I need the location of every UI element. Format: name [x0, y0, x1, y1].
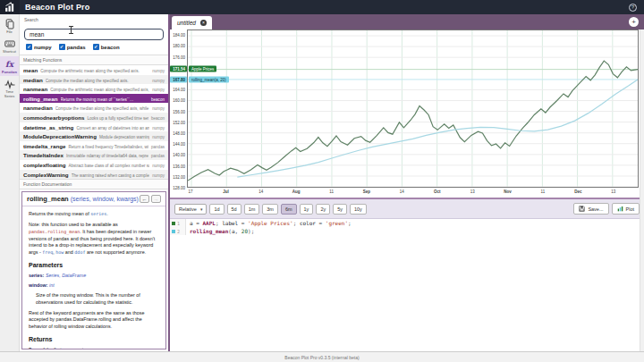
scrollbar[interactable] — [640, 29, 644, 351]
tab-label: untitled — [177, 20, 196, 26]
filter-beacon[interactable]: beacon — [93, 44, 120, 50]
function-name: rolling_mean — [23, 96, 58, 102]
sidebar-item-label: File — [6, 30, 12, 34]
function-name: commodnearbyoptions — [23, 114, 84, 121]
x-axis-label: Sep — [363, 189, 370, 194]
range-button-1m[interactable]: 1m — [244, 204, 260, 215]
y-axis-label: 156.00 — [173, 109, 185, 114]
tab-bar: untitled × + — [170, 14, 644, 29]
function-source: numpy — [152, 164, 165, 168]
function-name: mean — [23, 67, 38, 73]
function-row[interactable]: commodnearbyoptionsLooks up a fully spec… — [20, 113, 168, 122]
range-button-1y[interactable]: 1y — [300, 204, 314, 215]
series-color-marker — [172, 230, 175, 233]
plot-chart-icon — [617, 206, 623, 212]
range-button-3m[interactable]: 3m — [262, 204, 278, 215]
function-description: Return a fixed frequency TimedeltaIndex,… — [68, 145, 148, 149]
function-row[interactable]: nanmedianCompute the median along the sp… — [20, 103, 168, 113]
title-bar: Beacon Plot Pro ? — [0, 0, 644, 14]
checkbox-icon[interactable] — [26, 44, 32, 50]
function-row[interactable]: ModuleDeprecationWarningModule deprecati… — [20, 131, 168, 141]
save-button[interactable]: Save... — [573, 203, 608, 215]
function-documentation-header: Function Documentation — [20, 179, 168, 189]
x-axis-label: 14 — [400, 189, 404, 194]
range-button-6m[interactable]: 6m — [281, 204, 297, 215]
plot-canvas[interactable] — [187, 29, 639, 188]
function-source: beacon — [151, 97, 165, 102]
main-area: untitled × + 184.00180.00176.00164.00160… — [170, 14, 644, 351]
checkbox-icon[interactable] — [59, 44, 65, 50]
function-row[interactable]: medianCompute the median along the speci… — [20, 75, 168, 85]
chart-toolbar: Relative 1d5d1m3m6m1y2y5y10y Save... — [170, 199, 644, 219]
function-list: meanCompute the arithmetic mean along th… — [20, 65, 168, 179]
tab-untitled[interactable]: untitled × — [172, 16, 212, 29]
fx-icon: fx — [4, 59, 15, 70]
function-source: numpy — [152, 126, 165, 130]
code-editor[interactable]: 1a = AAPL; label = 'Apple Prices'; color… — [170, 219, 644, 351]
y-axis-label: 180.00 — [173, 44, 185, 48]
tab-close-icon[interactable]: × — [200, 20, 207, 26]
range-mode-label: Relative — [179, 206, 197, 212]
function-description: Looks up a fully specified time series … — [87, 116, 148, 121]
series-color-marker — [172, 222, 175, 225]
function-name: nanmean — [23, 86, 47, 92]
function-row[interactable]: TimedeltaIndexImmutable ndarray of timed… — [20, 150, 168, 160]
help-icon[interactable]: ? — [629, 4, 637, 12]
doc-nav-back-button[interactable]: ← — [140, 195, 149, 203]
file-icon — [4, 19, 15, 29]
function-source: numpy — [152, 69, 165, 73]
y-axis: 184.00180.00176.00164.00160.00156.00152.… — [170, 29, 187, 188]
range-button-5d[interactable]: 5d — [227, 204, 242, 215]
plot-button[interactable]: Plot — [612, 203, 640, 215]
editor-gutter: 1 — [170, 219, 186, 227]
sidebar-item-label: Time Series — [0, 90, 19, 98]
sidebar-item-shortcut[interactable]: Shortcut — [0, 36, 19, 55]
range-button-2y[interactable]: 2y — [316, 204, 330, 215]
y-axis-label: 136.00 — [173, 164, 185, 168]
x-axis: 17Jul14Aug11Sep14Oct13Nov11Dec13 — [187, 188, 639, 198]
range-button-5y[interactable]: 5y — [333, 204, 347, 215]
status-bar: Beacon Plot Pro v0.3.5 (internal beta) — [0, 351, 644, 362]
filter-label: beacon — [101, 45, 120, 50]
doc-kwargs-description: Rest of the keyword arguments are the sa… — [29, 310, 159, 331]
function-source: pandas — [151, 145, 165, 149]
line-number: 2 — [177, 229, 180, 234]
function-source: pandas — [151, 154, 165, 158]
range-button-10y[interactable]: 10y — [350, 204, 367, 215]
x-axis-label: Jul — [223, 189, 229, 194]
range-button-1d[interactable]: 1d — [209, 204, 224, 215]
doc-param-window-name: window: — [29, 282, 48, 288]
function-source: numpy — [152, 88, 165, 92]
function-source: numpy — [152, 79, 165, 83]
sidebar-item-file[interactable]: File — [0, 16, 19, 36]
search-input[interactable] — [24, 29, 164, 40]
doc-param-series-type: Series, DataFrame — [46, 273, 86, 278]
checkbox-icon[interactable] — [93, 44, 99, 50]
app-title: Beacon Plot Pro — [25, 3, 629, 12]
function-description: Module deprecation warning. — [99, 135, 149, 139]
function-row[interactable]: ComplexWarningThe warning raised when ca… — [20, 170, 168, 180]
sidebar-item-function[interactable]: fxFunction — [0, 56, 19, 76]
function-row[interactable]: meanCompute the arithmetic mean along th… — [20, 65, 168, 75]
doc-function-params: (series, window, kwargs) — [71, 196, 139, 202]
function-row[interactable]: nanmeanCompute the arithmetic mean along… — [20, 84, 168, 94]
filter-label: pandas — [67, 45, 86, 50]
filter-numpy[interactable]: numpy — [26, 44, 52, 50]
function-description: The warning raised when casting a comple… — [72, 173, 150, 178]
function-name: median — [23, 77, 43, 83]
chart-area: 184.00180.00176.00164.00160.00156.00152.… — [170, 29, 644, 199]
function-row[interactable]: complexfloatingAbstract base class of al… — [20, 160, 168, 170]
editor-line[interactable]: 1a = AAPL; label = 'Apple Prices'; color… — [170, 219, 644, 227]
sidebar-item-time-series[interactable]: Time Series — [0, 76, 19, 100]
filter-pandas[interactable]: pandas — [59, 44, 86, 50]
add-tab-button[interactable]: + — [629, 17, 639, 27]
function-row[interactable]: datetime_as_stringConvert an array of da… — [20, 122, 168, 132]
function-row[interactable]: rolling_meanReturns the moving mean of `… — [20, 94, 168, 104]
function-description: Immutable ndarray of timedelta64 data, r… — [66, 154, 148, 158]
function-row[interactable]: timedelta_rangeReturn a fixed frequency … — [20, 141, 168, 151]
icon-sidebar: FileShortcutfxFunctionTime Series — [0, 14, 20, 351]
range-mode-select[interactable]: Relative — [174, 204, 207, 215]
doc-nav-forward-button[interactable]: → — [151, 195, 161, 203]
function-description: Compute the median along the specified a… — [55, 106, 150, 111]
editor-line[interactable]: 2rolling_mean(a, 20); — [170, 227, 644, 235]
